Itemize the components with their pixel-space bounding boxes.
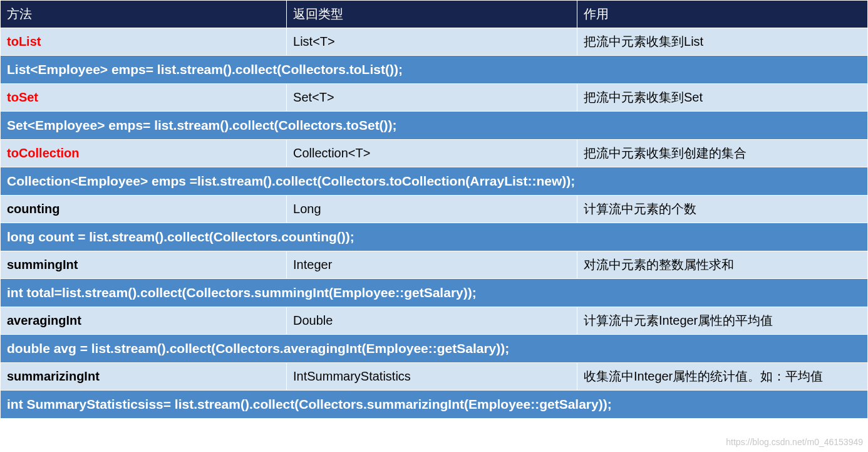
table-body: toList List<T> 把流中元素收集到List List<Employe…	[1, 28, 868, 419]
method-name: averagingInt	[1, 307, 287, 335]
table-row: summingInt Integer 对流中元素的整数属性求和	[1, 251, 868, 279]
table-example-row: int total=list.stream().collect(Collecto…	[1, 279, 868, 307]
table-row: toList List<T> 把流中元素收集到List	[1, 28, 868, 56]
table-example-row: double avg = list.stream().collect(Colle…	[1, 335, 868, 363]
return-type: Long	[287, 196, 577, 223]
method-desc: 计算流中元素的个数	[577, 196, 868, 223]
return-type: Collection<T>	[287, 140, 577, 167]
example-code: List<Employee> emps= list.stream().colle…	[1, 56, 868, 84]
example-code: Collection<Employee> emps =list.stream()…	[1, 167, 868, 196]
collectors-table-container: 方法 返回类型 作用 toList List<T> 把流中元素收集到List L…	[0, 0, 868, 419]
collectors-table: 方法 返回类型 作用 toList List<T> 把流中元素收集到List L…	[0, 0, 868, 419]
table-example-row: Collection<Employee> emps =list.stream()…	[1, 167, 868, 196]
example-code: int SummaryStatisticsiss= list.stream().…	[1, 391, 868, 419]
method-desc: 对流中元素的整数属性求和	[577, 251, 868, 279]
table-example-row: long count = list.stream().collect(Colle…	[1, 223, 868, 251]
return-type: List<T>	[287, 28, 577, 56]
table-row: toCollection Collection<T> 把流中元素收集到创建的集合	[1, 140, 868, 167]
example-code: int total=list.stream().collect(Collecto…	[1, 279, 868, 307]
method-desc: 把流中元素收集到Set	[577, 84, 868, 112]
method-desc: 把流中元素收集到创建的集合	[577, 140, 868, 167]
return-type: IntSummaryStatistics	[287, 363, 577, 391]
example-code: long count = list.stream().collect(Colle…	[1, 223, 868, 251]
header-return: 返回类型	[287, 1, 577, 28]
example-code: double avg = list.stream().collect(Colle…	[1, 335, 868, 363]
table-example-row: int SummaryStatisticsiss= list.stream().…	[1, 391, 868, 419]
table-row: averagingInt Double 计算流中元素Integer属性的平均值	[1, 307, 868, 335]
table-row: counting Long 计算流中元素的个数	[1, 196, 868, 223]
table-header-row: 方法 返回类型 作用	[1, 1, 868, 28]
example-code: Set<Employee> emps= list.stream().collec…	[1, 112, 868, 140]
table-row: summarizingInt IntSummaryStatistics 收集流中…	[1, 363, 868, 391]
method-name: toSet	[1, 84, 287, 112]
header-desc: 作用	[577, 1, 868, 28]
table-example-row: List<Employee> emps= list.stream().colle…	[1, 56, 868, 84]
method-desc: 把流中元素收集到List	[577, 28, 868, 56]
return-type: Integer	[287, 251, 577, 279]
method-name: counting	[1, 196, 287, 223]
table-example-row: Set<Employee> emps= list.stream().collec…	[1, 112, 868, 140]
method-name: toList	[1, 28, 287, 56]
return-type: Set<T>	[287, 84, 577, 112]
method-desc: 收集流中Integer属性的统计值。如：平均值	[577, 363, 868, 391]
header-method: 方法	[1, 1, 287, 28]
return-type: Double	[287, 307, 577, 335]
table-row: toSet Set<T> 把流中元素收集到Set	[1, 84, 868, 112]
method-name: summarizingInt	[1, 363, 287, 391]
method-desc: 计算流中元素Integer属性的平均值	[577, 307, 868, 335]
method-name: summingInt	[1, 251, 287, 279]
method-name: toCollection	[1, 140, 287, 167]
